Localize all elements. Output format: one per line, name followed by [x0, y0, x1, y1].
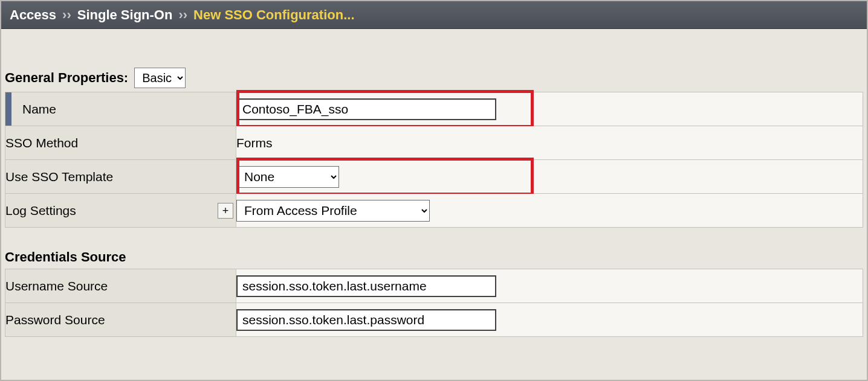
- general-properties-label: General Properties:: [5, 70, 128, 86]
- log-settings-add-button[interactable]: +: [218, 203, 233, 219]
- crumb-sep-icon: ››: [178, 7, 187, 23]
- crumb-current: New SSO Configuration...: [193, 7, 354, 23]
- log-settings-label-text: Log Settings: [5, 203, 76, 217]
- section-general-properties: General Properties: Basic: [1, 68, 867, 92]
- breadcrumb: Access ›› Single Sign-On ›› New SSO Conf…: [1, 1, 867, 29]
- password-source-input[interactable]: [236, 309, 496, 331]
- password-source-label: Password Source: [5, 303, 236, 337]
- name-label: Name: [5, 92, 236, 126]
- log-settings-label: Log Settings +: [5, 194, 236, 228]
- name-input[interactable]: [236, 98, 496, 120]
- credentials-source-table: Username Source Password Source: [5, 269, 863, 337]
- sso-method-label: SSO Method: [5, 126, 236, 160]
- general-properties-mode-select[interactable]: Basic: [134, 68, 186, 88]
- username-source-label: Username Source: [5, 269, 236, 303]
- crumb-single-sign-on[interactable]: Single Sign-On: [77, 7, 173, 23]
- use-sso-template-select[interactable]: None: [236, 166, 339, 188]
- use-sso-template-label: Use SSO Template: [5, 160, 236, 194]
- general-properties-table: Name SSO Method Forms Use SSO Template N…: [5, 92, 863, 228]
- log-settings-select[interactable]: From Access Profile: [236, 200, 430, 222]
- section-credentials-source: Credentials Source: [1, 249, 867, 269]
- crumb-sep-icon: ››: [62, 7, 71, 23]
- crumb-access[interactable]: Access: [10, 7, 56, 23]
- username-source-input[interactable]: [236, 275, 496, 297]
- sso-method-value: Forms: [236, 126, 863, 160]
